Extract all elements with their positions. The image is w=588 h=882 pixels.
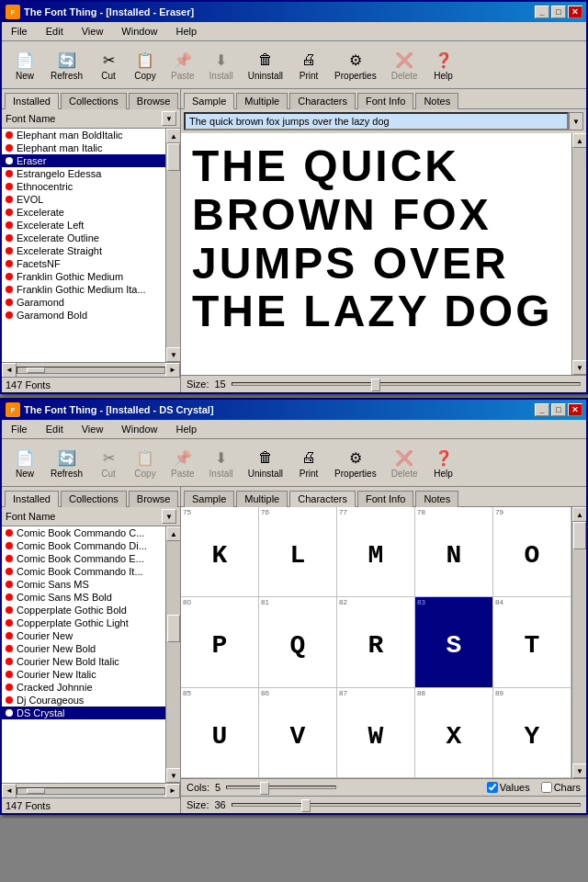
size-slider-thumb-1[interactable] (371, 379, 380, 391)
sample-text-input-1[interactable] (184, 112, 569, 130)
font-item-cbc3[interactable]: Comic Book Commando E... (2, 552, 165, 565)
font-item-4[interactable]: Ethnocentric (2, 180, 165, 193)
scroll-thumb-1[interactable] (167, 143, 180, 171)
font-item-eraser[interactable]: Eraser (2, 154, 165, 167)
minimize-btn-1[interactable]: _ (535, 6, 549, 18)
btn-cut-1[interactable]: ✂ Cut (91, 45, 126, 85)
char-cell-78[interactable]: 78 N (415, 507, 493, 596)
btn-uninstall-1[interactable]: 🗑 Uninstall (242, 45, 289, 85)
char-cell-84[interactable]: 84 T (493, 597, 571, 686)
char-cell-87[interactable]: 87 W (337, 688, 415, 777)
char-cell-88[interactable]: 88 X (415, 688, 493, 777)
btn-properties-2[interactable]: ⚙ Properties (328, 443, 383, 482)
char-cell-86[interactable]: 86 V (259, 688, 337, 777)
btn-uninstall-2[interactable]: 🗑 Uninstall (242, 443, 289, 482)
menu-view-2[interactable]: View (76, 422, 109, 436)
sort-arrow-2[interactable]: ▼ (162, 509, 176, 524)
char-cell-81[interactable]: 81 Q (259, 597, 337, 686)
cols-slider-2[interactable] (226, 786, 336, 789)
font-item-dsc[interactable]: DS Crystal (2, 707, 165, 719)
font-item-6[interactable]: Excelerate (2, 206, 165, 219)
font-item-cnb[interactable]: Courier New Bold (2, 642, 165, 655)
scroll-up-1[interactable]: ▲ (166, 129, 180, 143)
rtab-sample-2[interactable]: Sample (184, 491, 234, 507)
font-item-11[interactable]: Franklin Gothic Medium (2, 270, 165, 283)
values-checkbox[interactable] (487, 782, 498, 793)
btn-properties-1[interactable]: ⚙ Properties (328, 45, 383, 85)
tab-collections-2[interactable]: Collections (61, 491, 127, 507)
tab-browse-1[interactable]: Browse (129, 93, 179, 109)
sort-arrow-1[interactable]: ▼ (162, 111, 176, 126)
rtab-fontinfo-2[interactable]: Font Info (357, 491, 413, 507)
font-item-10[interactable]: FacetsNF (2, 257, 165, 270)
font-item-9[interactable]: Excelerate Straight (2, 244, 165, 257)
rtab-multiple-1[interactable]: Multiple (236, 93, 288, 109)
menu-help-2[interactable]: Help (170, 422, 202, 436)
font-item-cbc4[interactable]: Comic Book Commando It... (2, 565, 165, 578)
chars-scroll-thumb-2[interactable] (573, 522, 586, 549)
size-slider-2[interactable] (232, 803, 581, 807)
hscroll-right-1[interactable]: ► (165, 363, 180, 378)
font-item-12[interactable]: Franklin Gothic Medium Ita... (2, 283, 165, 296)
tab-browse-2[interactable]: Browse (129, 491, 179, 507)
font-item-cbc2[interactable]: Comic Book Commando Di... (2, 539, 165, 552)
btn-help-2[interactable]: ❓ Help (426, 443, 461, 482)
btn-new-1[interactable]: 📄 New (7, 45, 42, 85)
rtab-notes-2[interactable]: Notes (415, 491, 458, 507)
cols-slider-thumb-2[interactable] (260, 782, 269, 795)
char-cell-76[interactable]: 76 L (259, 507, 337, 596)
font-item-csmsb[interactable]: Comic Sans MS Bold (2, 591, 165, 604)
rtab-characters-2[interactable]: Characters (289, 491, 356, 507)
char-cell-82[interactable]: 82 R (337, 597, 415, 686)
font-item-3[interactable]: Estrangelo Edessa (2, 167, 165, 180)
btn-print-1[interactable]: 🖨 Print (291, 45, 326, 85)
hscroll-left-2[interactable]: ◄ (2, 784, 17, 798)
font-item-2[interactable]: Elephant man Italic (2, 141, 165, 154)
menu-file-2[interactable]: File (6, 422, 33, 436)
font-item-csms[interactable]: Comic Sans MS (2, 578, 165, 591)
chars-scroll-down-2[interactable]: ▼ (572, 763, 586, 778)
menu-edit-2[interactable]: Edit (40, 422, 69, 436)
hscroll-thumb-2[interactable] (27, 788, 45, 794)
preview-scroll-down-1[interactable]: ▼ (572, 360, 586, 375)
btn-help-1[interactable]: ❓ Help (426, 45, 461, 85)
minimize-btn-2[interactable]: _ (535, 403, 549, 416)
tab-collections-1[interactable]: Collections (61, 93, 127, 109)
size-slider-1[interactable] (232, 382, 581, 386)
preview-scroll-up-1[interactable]: ▲ (572, 133, 586, 148)
font-item-cbc1[interactable]: Comic Book Commando C... (2, 526, 165, 539)
scroll-down-2[interactable]: ▼ (166, 768, 180, 783)
hscroll-right-2[interactable]: ► (165, 784, 180, 798)
menu-window-1[interactable]: Window (116, 24, 163, 39)
close-btn-2[interactable]: ✕ (568, 403, 582, 416)
hscroll-thumb-1[interactable] (27, 368, 45, 373)
font-item-cpgl[interactable]: Copperplate Gothic Light (2, 616, 165, 629)
maximize-btn-1[interactable]: □ (551, 6, 566, 18)
size-slider-thumb-2[interactable] (301, 799, 311, 812)
font-item-8[interactable]: Excelerate Outline (2, 232, 165, 244)
maximize-btn-2[interactable]: □ (551, 403, 566, 416)
rtab-characters-1[interactable]: Characters (289, 93, 356, 109)
tab-installed-1[interactable]: Installed (5, 93, 59, 109)
btn-refresh-2[interactable]: 🔄 Refresh (44, 443, 89, 482)
menu-help-1[interactable]: Help (170, 24, 202, 39)
close-btn-1[interactable]: ✕ (568, 6, 582, 18)
hscroll-left-1[interactable]: ◄ (2, 363, 17, 378)
menu-window-2[interactable]: Window (116, 422, 163, 436)
btn-refresh-1[interactable]: 🔄 Refresh (44, 45, 89, 85)
chars-scroll-up-2[interactable]: ▲ (572, 507, 586, 522)
font-item-crj[interactable]: Cracked Johnnie (2, 681, 165, 694)
font-item-cnbi[interactable]: Courier New Bold Italic (2, 655, 165, 668)
sample-dropdown-1[interactable]: ▼ (569, 112, 583, 130)
rtab-multiple-2[interactable]: Multiple (236, 491, 288, 507)
font-item-1[interactable]: Elephant man BoldItalic (2, 129, 165, 141)
char-cell-83[interactable]: 83 S (415, 597, 493, 686)
char-cell-85[interactable]: 85 U (181, 688, 259, 777)
font-item-7[interactable]: Excelerate Left (2, 219, 165, 232)
menu-file-1[interactable]: File (6, 24, 33, 39)
tab-installed-2[interactable]: Installed (5, 491, 59, 507)
btn-new-2[interactable]: 📄 New (7, 443, 42, 482)
font-item-5[interactable]: EVOL (2, 193, 165, 206)
menu-edit-1[interactable]: Edit (40, 24, 69, 39)
font-item-cni[interactable]: Courier New Italic (2, 668, 165, 681)
